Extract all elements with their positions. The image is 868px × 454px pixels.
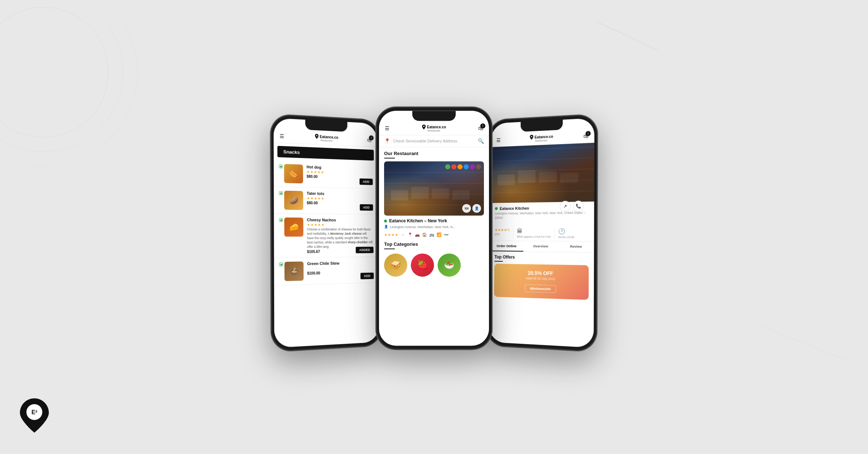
food-image-stew: 🍲 (284, 262, 303, 281)
food-name-stew: Green Chile Stew (307, 261, 374, 266)
phones-container: ☰ Eatance.co Restaurant 🛍2 Snacks 🌭 (271, 111, 597, 353)
svg-rect-14 (498, 174, 515, 185)
svg-rect-10 (412, 187, 429, 199)
offer-minimum: Minimum200 (525, 284, 556, 293)
veg-indicator (279, 263, 283, 266)
list-item: 🧀 Cheesy Nachos ★★★★★ Choose a combinati… (274, 214, 378, 258)
svg-point-2 (0, 0, 137, 166)
cart-icon-left[interactable]: 🛍2 (367, 137, 371, 143)
amenity-home: 🏠 (422, 232, 427, 237)
dot-purple (470, 164, 475, 169)
food-stars-stew: ☆☆☆☆☆ (307, 266, 374, 271)
list-item: 🥔 Tater tots ★★★★★ $80.00 ADD (274, 187, 378, 215)
image-icon-2[interactable]: 👤 (472, 204, 481, 213)
notch-center (412, 111, 456, 121)
share-button[interactable]: ↗ (560, 201, 571, 212)
dot-green (445, 164, 450, 169)
header-logo-center: Eatance.co Restaurant (422, 124, 446, 132)
cart-badge-left: 2 (369, 135, 374, 140)
amenity-car: 🚗 (415, 232, 420, 237)
color-dots-overlay (445, 164, 481, 169)
stat-hours: 🕐 00:00–23:30 (558, 228, 574, 239)
category-salad[interactable]: 🥗 (438, 253, 461, 277)
dot-blue (464, 164, 469, 169)
svg-rect-9 (391, 190, 408, 200)
amenity-icons: 📍 🚗 🏠 🚌 📶 〰️ (408, 232, 449, 237)
category-drinks[interactable]: 🍓 (411, 253, 434, 277)
search-bar[interactable]: 📍 Check Serviceable Delivery Address 🔍 (379, 135, 489, 147)
categories-row: 🥪 🍓 🥗 (379, 251, 489, 279)
right-restaurant-photo (490, 143, 595, 203)
amenity-signal: 📶 (437, 232, 442, 237)
food-image-hotdog: 🌭 (284, 164, 303, 184)
kitchen-name: Eatance Kitchen (500, 206, 529, 211)
phone-left-screen: ☰ Eatance.co Restaurant 🛍2 Snacks 🌭 (273, 118, 379, 348)
restaurant-address: Lexington Avenue, Manhattan, New York, N… (390, 225, 455, 230)
kitchen-info: Eatance Kitchen Lexington Avenue, Manhat… (490, 202, 594, 226)
logo-text-right: Eatance.co (535, 134, 553, 139)
dot-red (451, 164, 456, 169)
cart-icon-right[interactable]: 🛍1 (583, 133, 588, 139)
stat-rating: ★★★★½ (24) (495, 228, 510, 236)
logo-text-left: Eatance.co (320, 134, 338, 139)
our-restaurant-title: Our Restaurant (379, 147, 489, 158)
svg-rect-12 (452, 190, 469, 200)
kitchen-stats: ★★★★½ (24) 🏛 $500 (approx.) Cost For One… (490, 226, 594, 241)
search-placeholder: Check Serviceable Delivery Address (393, 139, 475, 143)
add-button-tatertots[interactable]: ADD (359, 204, 373, 211)
category-sandwich[interactable]: 🥪 (384, 253, 407, 277)
search-icon[interactable]: 🔍 (478, 138, 484, 144)
svg-rect-16 (539, 171, 557, 183)
add-button-hotdog[interactable]: ADD (359, 179, 373, 185)
image-icon-1[interactable]: 🍽 (462, 204, 471, 213)
phone-right-screen: ☰ Eatance.co Restaurant 🛍1 (489, 118, 594, 348)
tab-review[interactable]: Review (558, 241, 594, 252)
svg-line-4 (760, 325, 850, 361)
svg-point-8 (423, 126, 425, 127)
restaurant-address-row: 👤 Lexington Avenue, Manhattan, New York,… (379, 224, 489, 231)
call-button[interactable]: 📞 (573, 201, 584, 212)
location-pin-icon: 📍 (384, 138, 390, 144)
svg-point-0 (0, 7, 109, 137)
amenity-wave: 〰️ (444, 232, 449, 237)
kitchen-info-section: Eatance Kitchen Lexington Avenue, Manhat… (489, 202, 594, 300)
snacks-section-header: Snacks (277, 146, 374, 160)
header-logo-left: Eatance.co Restaurant (314, 134, 338, 142)
tab-overview[interactable]: Overview (523, 241, 558, 252)
food-info-hotdog: Hot dog ★★★★★ $80.00 (307, 165, 373, 180)
menu-icon-center[interactable]: ☰ (385, 125, 390, 131)
dot-brown (476, 164, 481, 169)
food-name-nachos: Cheesy Nachos (307, 218, 373, 222)
tab-order-online[interactable]: Order Online (490, 241, 523, 252)
add-button-stew[interactable]: ADD (360, 273, 374, 280)
online-indicator (384, 219, 387, 222)
veg-indicator (279, 164, 282, 168)
restaurant-stars: ★★★★ (384, 233, 399, 237)
food-image-nachos: 🧀 (284, 218, 303, 237)
veg-indicator (279, 218, 283, 222)
cart-icon-center[interactable]: 🛍1 (478, 125, 483, 131)
logo-sub-right: Restaurant (535, 139, 547, 142)
offer-card[interactable]: 20.5% OFF Valid till 30 July 2021 Minimu… (494, 264, 589, 300)
header-logo-right: Eatance.co Restaurant (529, 134, 553, 142)
categories-underline (384, 248, 395, 249)
food-image-tatertots: 🥔 (284, 190, 303, 210)
menu-icon-left[interactable]: ☰ (280, 133, 284, 139)
svg-rect-17 (560, 172, 578, 183)
menu-icon-right[interactable]: ☰ (496, 137, 501, 143)
logo-sub-left: Restaurant (320, 139, 332, 142)
offers-underline (494, 261, 503, 261)
food-stars-nachos: ★★★★★ (307, 223, 373, 227)
top-categories-title: Top Categories (379, 239, 489, 248)
svg-point-1 (0, 0, 123, 152)
add-button-nachos[interactable]: ADDED (356, 247, 374, 253)
restaurant-rating-row: ★★★★★ 📍 🚗 🏠 🚌 📶 〰️ (379, 231, 489, 239)
image-action-icons: 🍽 👤 (462, 204, 481, 213)
offer-validity: Valid till 30 July 2021 (499, 276, 583, 281)
section-underline (384, 158, 395, 158)
cart-badge-right: 1 (586, 131, 591, 136)
svg-line-3 (597, 22, 658, 51)
list-item: 🍲 Green Chile Stew ☆☆☆☆☆ $100.00 ADD (274, 257, 379, 286)
top-offers-title: Top Offers (490, 252, 594, 262)
notch-right (520, 120, 563, 132)
